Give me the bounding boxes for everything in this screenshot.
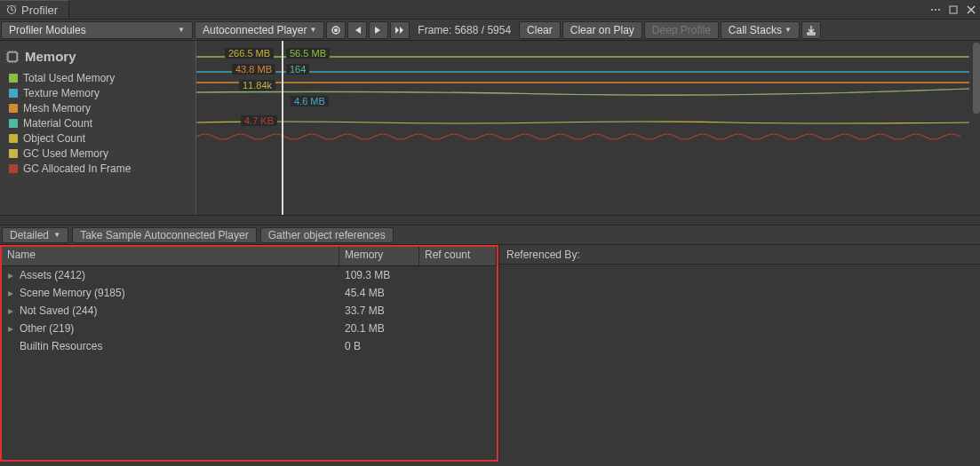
chart-area[interactable]: 266.5 MB 56.5 MB 43.8 MB 164 11.84k 4.6 …: [195, 41, 980, 215]
legend-label: Mesh Memory: [23, 102, 91, 115]
legend-label: GC Allocated In Frame: [23, 162, 131, 175]
title-bar: Profiler: [0, 0, 980, 20]
chart-label: 56.5 MB: [286, 48, 330, 59]
legend-item[interactable]: Material Count: [9, 115, 195, 130]
chart-label: 4.6 MB: [291, 96, 329, 107]
expand-icon[interactable]: ▸: [2, 287, 20, 299]
expand-icon[interactable]: ▸: [2, 322, 20, 335]
window-tab[interactable]: Profiler: [0, 0, 69, 19]
svg-point-1: [931, 9, 933, 11]
next-frame-button[interactable]: [369, 21, 388, 39]
legend-item[interactable]: GC Allocated In Frame: [9, 161, 195, 176]
chevron-down-icon: ▼: [309, 26, 316, 34]
chart-label: 164: [286, 64, 309, 75]
gather-refs-button[interactable]: Gather object references: [260, 227, 394, 243]
legend-label: Material Count: [23, 117, 92, 130]
legend: Total Used MemoryTexture MemoryMesh Memo…: [0, 67, 195, 176]
load-button[interactable]: [801, 21, 821, 39]
svg-point-6: [334, 28, 338, 32]
row-memory: 0 B: [339, 340, 419, 352]
table-row[interactable]: ▸Not Saved (244)33.7 MB: [2, 302, 497, 320]
legend-label: Texture Memory: [23, 87, 100, 99]
profiler-modules-dropdown[interactable]: Profiler Modules▼: [1, 21, 193, 39]
expand-icon[interactable]: ▸: [2, 269, 20, 281]
module-name: Memory: [25, 49, 76, 64]
detail-mode-dropdown[interactable]: Detailed ▼: [2, 227, 68, 243]
main-toolbar: Profiler Modules▼ Autoconnected Player▼ …: [0, 20, 980, 41]
row-name: Not Saved (244): [20, 304, 339, 317]
vertical-scrollbar[interactable]: [973, 43, 980, 114]
row-memory: 33.7 MB: [339, 304, 419, 317]
window-title: Profiler: [21, 4, 58, 17]
tree-rows: ▸Assets (2412)109.3 MB▸Scene Memory (918…: [2, 266, 497, 460]
col-memory[interactable]: Memory: [339, 247, 419, 265]
chart-lines: [196, 41, 969, 215]
table-row[interactable]: ▸Scene Memory (9185)45.4 MB: [2, 284, 497, 302]
clear-button[interactable]: Clear: [519, 21, 561, 39]
row-name: Other (219): [20, 322, 339, 335]
profiler-icon: [5, 4, 18, 16]
legend-swatch: [9, 74, 18, 83]
svg-rect-4: [950, 6, 957, 13]
memory-tree-panel: Name Memory Ref count ▸Assets (2412)109.…: [0, 245, 498, 462]
svg-point-2: [935, 9, 936, 11]
svg-point-3: [938, 9, 940, 11]
row-memory: 109.3 MB: [339, 269, 419, 281]
target-dropdown[interactable]: Autoconnected Player▼: [195, 21, 324, 39]
chart-label: 4.7 KB: [241, 115, 277, 126]
playhead[interactable]: [282, 41, 283, 215]
close-icon[interactable]: [964, 3, 978, 17]
legend-swatch: [9, 149, 18, 158]
table-row[interactable]: ▸Assets (2412)109.3 MB: [2, 266, 497, 284]
record-button[interactable]: [326, 21, 346, 39]
deep-profile-button[interactable]: Deep Profile: [644, 21, 719, 39]
legend-item[interactable]: Mesh Memory: [9, 100, 195, 115]
chevron-down-icon: ▼: [178, 26, 185, 34]
clear-on-play-button[interactable]: Clear on Play: [562, 21, 642, 39]
legend-swatch: [9, 134, 18, 143]
referenced-by-panel: Referenced By:: [498, 245, 980, 462]
take-sample-button[interactable]: Take Sample Autoconnected Player: [72, 227, 256, 243]
legend-swatch: [9, 164, 18, 173]
legend-label: Object Count: [23, 132, 85, 145]
maximize-icon[interactable]: [946, 3, 960, 17]
column-headers: Name Memory Ref count: [2, 247, 497, 266]
legend-swatch: [9, 119, 18, 128]
row-name: Scene Memory (9185): [20, 287, 339, 299]
module-sidebar: Memory Total Used MemoryTexture MemoryMe…: [0, 41, 195, 215]
horizontal-splitter[interactable]: [0, 215, 980, 225]
table-row[interactable]: ▸Other (219)20.1 MB: [2, 320, 497, 337]
chevron-down-icon: ▼: [52, 231, 60, 239]
legend-item[interactable]: Texture Memory: [9, 85, 195, 100]
chevron-down-icon: ▼: [785, 26, 792, 34]
profiler-modules-label: Profiler Modules: [9, 24, 86, 36]
target-label: Autoconnected Player: [203, 24, 307, 36]
svg-rect-7: [8, 52, 17, 61]
legend-swatch: [9, 89, 18, 98]
call-stacks-dropdown[interactable]: Call Stacks▼: [721, 21, 800, 39]
current-frame-button[interactable]: [390, 21, 410, 39]
row-memory: 20.1 MB: [339, 322, 419, 335]
table-row[interactable]: Builtin Resources0 B: [2, 337, 497, 355]
frame-counter: Frame: 5688 / 5954: [410, 24, 518, 36]
memory-icon: [5, 50, 20, 64]
legend-item[interactable]: Object Count: [9, 130, 195, 146]
chart-label: 266.5 MB: [225, 48, 274, 59]
context-menu-icon[interactable]: [928, 3, 943, 17]
row-name: Assets (2412): [20, 269, 339, 281]
legend-label: GC Used Memory: [23, 147, 108, 160]
row-memory: 45.4 MB: [339, 287, 419, 299]
legend-item[interactable]: GC Used Memory: [9, 146, 195, 161]
col-name[interactable]: Name: [2, 247, 339, 265]
legend-swatch: [9, 104, 18, 113]
legend-label: Total Used Memory: [23, 72, 115, 84]
prev-frame-button[interactable]: [347, 21, 367, 39]
chart-label: 43.8 MB: [232, 64, 275, 75]
row-name: Builtin Resources: [20, 340, 339, 352]
legend-item[interactable]: Total Used Memory: [9, 70, 195, 85]
referenced-by-header: Referenced By:: [499, 245, 980, 265]
module-header[interactable]: Memory: [0, 46, 195, 67]
detail-toolbar: Detailed ▼ Take Sample Autoconnected Pla…: [0, 225, 980, 245]
expand-icon[interactable]: ▸: [2, 304, 20, 317]
col-refcount[interactable]: Ref count: [419, 247, 497, 265]
